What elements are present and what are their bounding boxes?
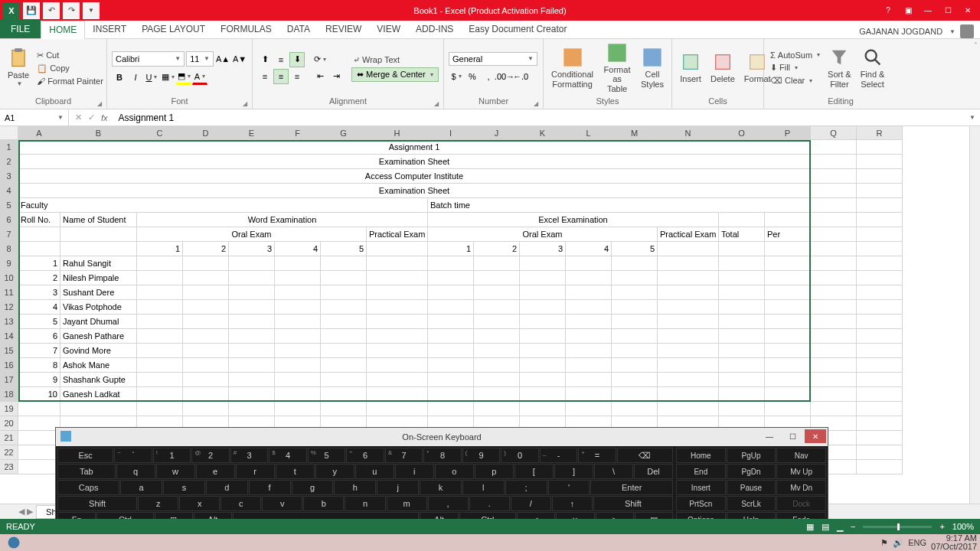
shrink-font-icon[interactable]: A▼ (232, 51, 247, 67)
col-header-O[interactable]: O (719, 126, 765, 140)
cell[interactable] (658, 344, 719, 358)
cell[interactable] (719, 256, 765, 271)
cell[interactable] (367, 402, 428, 416)
cell[interactable] (612, 315, 658, 329)
view-normal-icon[interactable]: ▦ (806, 522, 814, 532)
cell[interactable] (275, 271, 321, 285)
find-select-button[interactable]: Find & Select (858, 41, 888, 95)
cell[interactable] (719, 358, 765, 373)
cell[interactable] (367, 300, 428, 315)
osk-key-Shift[interactable]: Shift (57, 496, 137, 511)
cell[interactable]: Govind More (60, 344, 137, 358)
cell[interactable] (520, 271, 566, 285)
col-header-K[interactable]: K (520, 126, 566, 140)
cell[interactable]: Examination Sheet (18, 155, 811, 169)
tray-lang[interactable]: ENG (908, 538, 926, 547)
cell[interactable] (658, 329, 719, 344)
tab-view[interactable]: VIEW (369, 20, 408, 38)
cell[interactable] (183, 256, 229, 271)
cell[interactable] (428, 285, 474, 300)
cell[interactable] (229, 402, 275, 416)
cell[interactable] (474, 271, 520, 285)
cell[interactable] (719, 344, 765, 358)
merge-center-button[interactable]: ⬌ Merge & Center▾ (351, 67, 439, 82)
osk-key-ScrLk[interactable]: ScrLk (727, 496, 776, 511)
osk-key-\[interactable]: \ (594, 464, 633, 479)
orientation-icon[interactable]: ⟳▾ (312, 52, 328, 67)
cell[interactable]: Access Computer Institute (18, 169, 811, 184)
cell[interactable] (658, 256, 719, 271)
cell[interactable] (857, 445, 903, 460)
cell[interactable]: Faculty (18, 198, 428, 213)
cell[interactable] (367, 256, 428, 271)
row-header-1[interactable]: 1 (0, 140, 18, 155)
collapse-ribbon-icon[interactable]: ˆ (972, 39, 980, 109)
cell[interactable] (658, 358, 719, 373)
osk-key-Nav[interactable]: Nav (776, 448, 826, 463)
cell[interactable] (566, 285, 612, 300)
row-header-4[interactable]: 4 (0, 184, 18, 198)
cell[interactable] (520, 358, 566, 373)
row-header-3[interactable]: 3 (0, 169, 18, 184)
grow-font-icon[interactable]: A▲ (215, 51, 230, 67)
cell[interactable] (229, 344, 275, 358)
cell[interactable] (321, 271, 367, 285)
cell[interactable] (765, 315, 811, 329)
cell[interactable] (612, 329, 658, 344)
grid-body[interactable]: Assignment 1Examination SheetAccess Comp… (18, 140, 903, 474)
col-header-E[interactable]: E (229, 126, 275, 140)
cell-styles-button[interactable]: Cell Styles (638, 41, 667, 95)
decrease-decimal-icon[interactable]: ←.0 (513, 69, 528, 84)
align-left-icon[interactable]: ≡ (257, 69, 273, 84)
cell[interactable] (321, 387, 367, 402)
cell[interactable]: 2 (18, 271, 60, 285)
cell[interactable] (566, 329, 612, 344)
cell[interactable] (474, 285, 520, 300)
clear-button[interactable]: ⌫ Clear▾ (769, 75, 822, 86)
number-launcher-icon[interactable]: ◢ (534, 100, 538, 107)
cell[interactable] (60, 227, 137, 242)
cell[interactable] (183, 271, 229, 285)
cell[interactable] (137, 402, 183, 416)
cell[interactable] (229, 373, 275, 387)
osk-key-PgDn[interactable]: PgDn (727, 464, 776, 479)
cell[interactable]: Total (719, 227, 765, 242)
cell[interactable] (566, 315, 612, 329)
osk-key-Dock[interactable]: Dock (776, 496, 826, 511)
cell[interactable] (857, 358, 903, 373)
qat-customize-icon[interactable]: ▼ (83, 2, 100, 19)
view-break-icon[interactable]: ▁ (837, 522, 843, 532)
cell[interactable] (719, 242, 765, 256)
osk-key-0[interactable]: )0 (501, 448, 539, 463)
osk-key-z[interactable]: z (138, 496, 178, 511)
cell[interactable] (811, 402, 857, 416)
osk-key-a[interactable]: a (120, 480, 162, 495)
cell[interactable]: 1 (137, 242, 183, 256)
osk-key-Home[interactable]: Home (676, 448, 726, 463)
save-icon[interactable]: 💾 (23, 2, 40, 19)
cell[interactable] (612, 358, 658, 373)
osk-key-w[interactable]: w (156, 464, 195, 479)
cell[interactable]: Jayant Dhumal (60, 315, 137, 329)
cell[interactable] (612, 387, 658, 402)
cell[interactable] (811, 358, 857, 373)
cell[interactable] (428, 300, 474, 315)
cell[interactable] (857, 431, 903, 445)
cell[interactable] (18, 402, 60, 416)
alignment-launcher-icon[interactable]: ◢ (434, 100, 439, 107)
cell[interactable]: Ganesh Ladkat (60, 387, 137, 402)
cell[interactable] (275, 344, 321, 358)
cell[interactable] (811, 155, 857, 169)
osk-key-End[interactable]: End (676, 464, 726, 479)
help-icon[interactable]: ? (879, 4, 897, 18)
cell[interactable] (566, 402, 612, 416)
cell[interactable] (857, 416, 903, 431)
cell[interactable] (137, 300, 183, 315)
cell[interactable] (811, 344, 857, 358)
delete-cells-button[interactable]: Delete (707, 41, 738, 95)
cancel-formula-icon[interactable]: ✕ (75, 112, 82, 122)
copy-button[interactable]: 📋 Copy (35, 63, 105, 74)
align-bottom-icon[interactable]: ⬇ (289, 52, 305, 67)
tab-file[interactable]: FILE (0, 20, 41, 38)
osk-key-9[interactable]: (9 (462, 448, 501, 463)
